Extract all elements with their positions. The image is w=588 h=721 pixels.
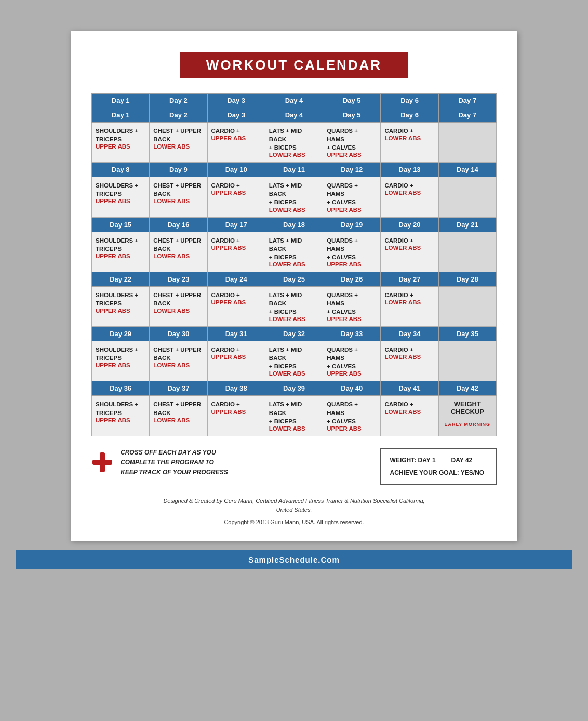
workout-text: CARDIO + <box>384 400 434 408</box>
abs-text: LOWER ABS <box>384 299 434 305</box>
col-header-1: Day 1 <box>92 94 150 108</box>
week-day-label: Day 22 <box>92 272 150 286</box>
workout-text: QUARDS + HAMS+ CALVES <box>327 181 377 206</box>
weight-checkup-sub: EARLY MORNING <box>443 422 492 427</box>
week-day-label: Day 6 <box>381 108 438 123</box>
workout-text: LATS + MID BACK+ BICEPS <box>269 291 319 316</box>
calendar-cell: CARDIO +LOWER ABS <box>381 123 438 163</box>
calendar-cell: CARDIO +UPPER ABS <box>207 341 265 381</box>
calendar-cell: QUARDS + HAMS+ CALVESUPPER ABS <box>323 341 381 381</box>
abs-text: LOWER ABS <box>269 261 319 268</box>
abs-text: UPPER ABS <box>96 143 145 150</box>
calendar-cell: LATS + MID BACK+ BICEPSLOWER ABS <box>265 232 323 272</box>
week-day-label: Day 41 <box>381 381 438 396</box>
week-day-label: Day 24 <box>207 272 265 286</box>
week-day-label: Day 27 <box>381 272 438 286</box>
abs-text: UPPER ABS <box>211 299 261 305</box>
week-day-label: Day 23 <box>150 272 207 286</box>
calendar-cell: SHOULDERS +TRICEPSUPPER ABS <box>92 286 150 326</box>
col-header-2: Day 2 <box>150 94 207 108</box>
workout-text: LATS + MID BACK+ BICEPS <box>269 400 319 425</box>
workout-text: CARDIO + <box>384 291 434 299</box>
week-day-label: Day 20 <box>381 217 438 232</box>
workout-text: SHOULDERS +TRICEPS <box>96 127 145 143</box>
calendar-cell: LATS + MID BACK+ BICEPSLOWER ABS <box>265 286 323 326</box>
abs-text: LOWER ABS <box>269 207 319 213</box>
abs-text: LOWER ABS <box>384 190 434 196</box>
calendar-cell: LATS + MID BACK+ BICEPSLOWER ABS <box>265 341 323 381</box>
abs-text: UPPER ABS <box>96 253 145 259</box>
workout-text: CARDIO + <box>211 181 261 190</box>
calendar-cell: LATS + MID BACK+ BICEPSLOWER ABS <box>265 177 323 217</box>
calendar-cell: CHEST + UPPERBACKLOWER ABS <box>150 341 207 381</box>
title-wrapper: WORKOUT CALENDAR <box>91 52 497 78</box>
abs-text: UPPER ABS <box>327 152 377 158</box>
abs-text: LOWER ABS <box>269 316 319 322</box>
workout-text: QUARDS + HAMS+ CALVES <box>327 291 377 316</box>
copyright: Copyright © 2013 Guru Mann, USA. All rig… <box>91 519 497 525</box>
week-day-label: Day 14 <box>438 163 496 177</box>
week-day-label: Day 5 <box>323 108 381 123</box>
week-day-label: Day 32 <box>265 327 323 341</box>
workout-calendar: Day 1Day 2Day 3Day 4Day 5Day 6Day 7 Day … <box>91 93 497 436</box>
calendar-cell: QUARDS + HAMS+ CALVESUPPER ABS <box>323 232 381 272</box>
abs-text: LOWER ABS <box>153 143 203 150</box>
week-day-label: Day 8 <box>92 163 150 177</box>
calendar-cell: CARDIO +LOWER ABS <box>381 396 438 436</box>
week-day-label: Day 21 <box>438 217 496 232</box>
cross-icon <box>91 451 113 473</box>
workout-text: CARDIO + <box>384 127 434 135</box>
abs-text: LOWER ABS <box>384 245 434 251</box>
workout-text: SHOULDERS +TRICEPS <box>96 291 145 308</box>
week-day-label: Day 26 <box>323 272 381 286</box>
calendar-cell: QUARDS + HAMS+ CALVESUPPER ABS <box>323 123 381 163</box>
workout-text: LATS + MID BACK+ BICEPS <box>269 236 319 261</box>
workout-text: LATS + MID BACK+ BICEPS <box>269 181 319 206</box>
workout-text: CHEST + UPPERBACK <box>153 236 203 253</box>
week-day-label: Day 4 <box>265 108 323 123</box>
abs-text: LOWER ABS <box>153 362 203 368</box>
workout-text: SHOULDERS +TRICEPS <box>96 400 145 417</box>
col-header-6: Day 6 <box>381 94 438 108</box>
workout-text: CARDIO + <box>384 181 434 190</box>
calendar-cell <box>438 232 496 272</box>
week-day-label: Day 37 <box>150 381 207 396</box>
calendar-cell: QUARDS + HAMS+ CALVESUPPER ABS <box>323 396 381 436</box>
week-day-label: Day 7 <box>438 108 496 123</box>
workout-text: CHEST + UPPERBACK <box>153 291 203 308</box>
col-header-5: Day 5 <box>323 94 381 108</box>
calendar-cell: CARDIO +UPPER ABS <box>207 123 265 163</box>
workout-text: QUARDS + HAMS+ CALVES <box>327 400 377 425</box>
abs-text: UPPER ABS <box>211 354 261 360</box>
bottom-bar: SampleSchedule.Com <box>16 550 572 569</box>
workout-text: SHOULDERS +TRICEPS <box>96 181 145 198</box>
calendar-cell: QUARDS + HAMS+ CALVESUPPER ABS <box>323 286 381 326</box>
week-day-label: Day 12 <box>323 163 381 177</box>
abs-text: UPPER ABS <box>211 409 261 415</box>
workout-text: SHOULDERS +TRICEPS <box>96 236 145 253</box>
abs-text: LOWER ABS <box>153 417 203 423</box>
calendar-cell: CARDIO +LOWER ABS <box>381 341 438 381</box>
col-header-4: Day 4 <box>265 94 323 108</box>
abs-text: UPPER ABS <box>96 198 145 204</box>
calendar-cell: CARDIO +UPPER ABS <box>207 232 265 272</box>
week-day-label: Day 2 <box>150 108 207 123</box>
week-day-label: Day 15 <box>92 217 150 232</box>
week-day-label: Day 38 <box>207 381 265 396</box>
abs-text: LOWER ABS <box>269 152 319 158</box>
calendar-cell: CARDIO +UPPER ABS <box>207 396 265 436</box>
calendar-cell: SHOULDERS +TRICEPSUPPER ABS <box>92 396 150 436</box>
week-day-label: Day 13 <box>381 163 438 177</box>
calendar-cell: CARDIO +UPPER ABS <box>207 286 265 326</box>
svg-rect-1 <box>92 460 112 465</box>
week-day-label: Day 9 <box>150 163 207 177</box>
workout-text: CARDIO + <box>384 345 434 354</box>
workout-text: CHEST + UPPERBACK <box>153 345 203 362</box>
week-day-label: Day 16 <box>150 217 207 232</box>
col-header-3: Day 3 <box>207 94 265 108</box>
week-day-label: Day 28 <box>438 272 496 286</box>
week-day-label: Day 25 <box>265 272 323 286</box>
abs-text: LOWER ABS <box>153 253 203 259</box>
page-title: WORKOUT CALENDAR <box>180 52 408 78</box>
abs-text: UPPER ABS <box>211 135 261 141</box>
